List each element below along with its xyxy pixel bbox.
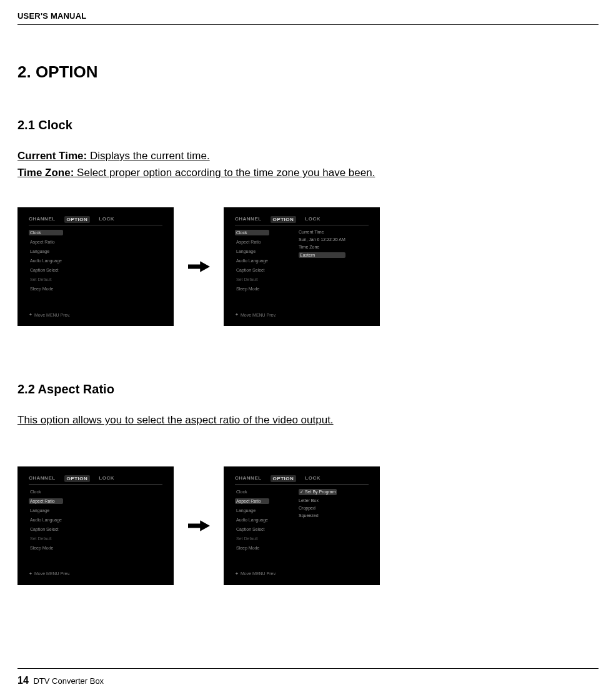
- menu-audio-language: Audio Language: [235, 517, 269, 523]
- screenshot-clock-submenu: CHANNEL OPTION LOCK Clock Aspect Ratio L…: [224, 207, 380, 326]
- header-rule: [17, 24, 599, 25]
- panel-cropped: Cropped: [299, 506, 337, 510]
- tab-channel: CHANNEL: [29, 216, 56, 223]
- current-time-text: Displays the current time.: [87, 150, 210, 162]
- panel-letter-box: Letter Box: [299, 498, 337, 503]
- tab-channel: CHANNEL: [235, 475, 262, 482]
- screenshot-option-menu: CHANNEL OPTION LOCK Clock Aspect Ratio L…: [17, 207, 174, 326]
- menu-caption-select: Caption Select: [29, 526, 63, 532]
- footer-rule: [17, 668, 599, 669]
- subsection-clock-heading: 2.1 Clock: [17, 118, 599, 132]
- svg-marker-1: [188, 520, 210, 531]
- tab-option: OPTION: [64, 475, 91, 482]
- tab-channel: CHANNEL: [29, 475, 56, 482]
- menu-caption-select: Caption Select: [235, 526, 269, 532]
- page-footer: 14 DTV Converter Box: [17, 675, 104, 686]
- tab-option: OPTION: [271, 216, 297, 223]
- aspect-screenshots-row: CHANNEL OPTION LOCK Clock Aspect Ratio L…: [17, 466, 599, 585]
- menu-set-default: Set Default: [235, 277, 269, 282]
- svg-marker-0: [188, 262, 210, 273]
- time-zone-label: Time Zone:: [17, 167, 74, 179]
- menu-audio-language: Audio Language: [235, 258, 269, 264]
- aspect-ratio-desc: This option allows you to select the asp…: [17, 412, 599, 428]
- clock-time-zone-desc: Time Zone: Select proper option accordin…: [17, 164, 599, 181]
- tab-option: OPTION: [64, 216, 91, 223]
- nav-hint: ✦ Move MENU Prev.: [29, 312, 70, 317]
- menu-aspect-ratio: Aspect Ratio: [235, 239, 269, 245]
- panel-squeezed: Squeezed: [299, 513, 337, 518]
- panel-time-zone-label: Time Zone: [299, 245, 345, 249]
- menu-aspect-ratio: Aspect Ratio: [29, 239, 63, 245]
- panel-time-zone-value: Eastern: [299, 252, 345, 258]
- menu-set-default: Set Default: [29, 536, 63, 541]
- nav-hint-icon: ✦: [235, 312, 239, 317]
- screenshot-aspect-submenu: CHANNEL OPTION LOCK Clock Aspect Ratio L…: [224, 466, 380, 585]
- tab-option: OPTION: [271, 475, 297, 482]
- menu-set-default: Set Default: [235, 536, 269, 541]
- panel-current-time: Current Time: [299, 230, 345, 234]
- page-header: USER'S MANUAL: [17, 11, 599, 21]
- tab-lock: LOCK: [305, 216, 320, 223]
- nav-hint: ✦ Move MENU Prev.: [235, 312, 276, 317]
- menu-language: Language: [235, 249, 269, 254]
- nav-hint-icon: ✦: [235, 571, 239, 576]
- menu-language: Language: [235, 508, 269, 513]
- nav-hint-icon: ✦: [29, 571, 32, 576]
- panel-set-by-program: ✓ Set By Program: [299, 489, 337, 495]
- menu-clock: Clock: [235, 230, 269, 235]
- nav-hint: ✦ Move MENU Prev.: [29, 571, 70, 576]
- time-zone-text: Select proper option according to the ti…: [74, 167, 375, 179]
- menu-caption-select: Caption Select: [235, 267, 269, 273]
- menu-aspect-ratio: Aspect Ratio: [29, 498, 63, 504]
- menu-sleep-mode: Sleep Mode: [29, 545, 63, 551]
- menu-language: Language: [29, 508, 63, 513]
- current-time-label: Current Time:: [17, 150, 87, 162]
- page-number: 14: [17, 675, 29, 686]
- menu-language: Language: [29, 249, 63, 254]
- panel-date-time: Sun, Jan 6 12:22:20 AM: [299, 237, 345, 242]
- nav-hint-icon: ✦: [29, 312, 32, 317]
- menu-audio-language: Audio Language: [29, 258, 63, 264]
- nav-hint: ✦ Move MENU Prev.: [235, 571, 276, 576]
- arrow-icon: [186, 259, 211, 274]
- menu-aspect-ratio: Aspect Ratio: [235, 498, 269, 504]
- menu-clock: Clock: [235, 489, 269, 495]
- tab-lock: LOCK: [99, 475, 114, 482]
- menu-sleep-mode: Sleep Mode: [235, 545, 269, 551]
- menu-clock: Clock: [29, 230, 63, 235]
- menu-set-default: Set Default: [29, 277, 63, 282]
- menu-sleep-mode: Sleep Mode: [29, 286, 63, 292]
- tab-channel: CHANNEL: [235, 216, 262, 223]
- menu-clock: Clock: [29, 489, 63, 495]
- clock-current-time-desc: Current Time: Displays the current time.: [17, 147, 599, 164]
- menu-caption-select: Caption Select: [29, 267, 63, 273]
- clock-screenshots-row: CHANNEL OPTION LOCK Clock Aspect Ratio L…: [17, 207, 599, 326]
- footer-product-name: DTV Converter Box: [33, 676, 104, 686]
- check-icon: ✓: [300, 490, 304, 494]
- menu-sleep-mode: Sleep Mode: [235, 286, 269, 292]
- screenshot-option-menu-aspect: CHANNEL OPTION LOCK Clock Aspect Ratio L…: [17, 466, 174, 585]
- section-title-option: 2. OPTION: [17, 62, 599, 82]
- tab-lock: LOCK: [305, 475, 320, 482]
- subsection-aspect-heading: 2.2 Aspect Ratio: [17, 382, 599, 397]
- arrow-icon: [186, 518, 211, 533]
- tab-lock: LOCK: [99, 216, 114, 223]
- menu-audio-language: Audio Language: [29, 517, 63, 523]
